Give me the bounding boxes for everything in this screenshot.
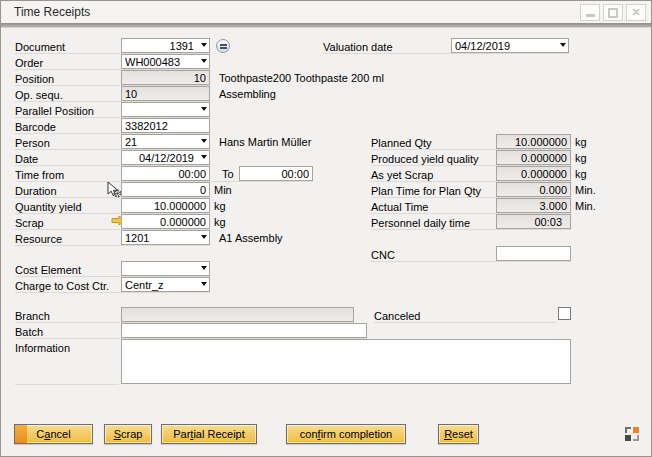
time-from-label: Time from — [15, 169, 64, 181]
actual-time-label: Actual Time — [371, 201, 428, 213]
op-sequ-label: Op. sequ. — [15, 89, 63, 101]
duration-input[interactable] — [121, 182, 210, 197]
produced-yield-quality-label: Produced yield quality — [371, 153, 479, 165]
cost-element-input[interactable] — [121, 261, 210, 276]
row-canceled: Canceled — [374, 306, 556, 323]
order-input[interactable] — [121, 54, 210, 69]
plan-time-for-plan-qty-unit: Min. — [575, 183, 596, 198]
time-to-input[interactable] — [239, 166, 313, 181]
actual-time-input — [496, 198, 571, 213]
confirm-completion-button-label: con — [300, 428, 318, 440]
person-label: Person — [15, 137, 50, 149]
information-textarea[interactable] — [121, 339, 571, 384]
maximize-button[interactable] — [603, 4, 623, 21]
resource-input[interactable] — [121, 230, 210, 245]
resource-label: Resource — [15, 233, 62, 245]
parallel-position-label: Parallel Position — [15, 105, 94, 117]
actual-time-unit: Min. — [575, 199, 596, 214]
position-input — [121, 70, 210, 85]
row-information: Information — [15, 338, 119, 385]
scrap-input[interactable] — [121, 214, 210, 229]
titlebar-divider — [1, 23, 651, 28]
date-label: Date — [15, 153, 38, 165]
parallel-position-input[interactable] — [121, 102, 210, 117]
duration-label: Duration — [15, 185, 57, 197]
produced-yield-quality-unit: kg — [575, 151, 587, 166]
time-to-label: To — [222, 167, 234, 182]
quantity-yield-input[interactable] — [121, 198, 210, 213]
cnc-input[interactable] — [496, 246, 571, 261]
scrap-label: Scrap — [15, 217, 44, 229]
scrap-button[interactable]: Scrap — [104, 424, 152, 444]
scrap-unit: kg — [214, 215, 226, 230]
window-title: Time Receipts — [14, 5, 90, 19]
document-label: Document — [15, 41, 65, 53]
batch-label: Batch — [15, 326, 43, 338]
resource-description: A1 Assembly — [219, 231, 283, 246]
document-combo[interactable] — [121, 38, 210, 53]
op-sequ-input — [121, 86, 210, 101]
plan-time-for-plan-qty-label: Plan Time for Plan Qty — [371, 185, 481, 197]
resize-grip-icon[interactable] — [625, 427, 639, 441]
minimize-button[interactable] — [580, 4, 600, 21]
branch-label: Branch — [15, 310, 50, 322]
quantity-yield-unit: kg — [214, 199, 226, 214]
as-yet-scrap-label: As yet Scrap — [371, 169, 433, 181]
cost-element-combo[interactable] — [121, 261, 210, 276]
planned-qty-unit: kg — [575, 135, 587, 150]
parallel-position-combo[interactable] — [121, 102, 210, 117]
cnc-label: CNC — [371, 249, 395, 261]
date-combo[interactable] — [121, 150, 210, 165]
batch-input[interactable] — [121, 323, 367, 338]
position-label: Position — [15, 73, 54, 85]
branch-input — [121, 307, 354, 322]
op-sequ-description: Assembling — [219, 87, 276, 102]
valuation-date-chevron-down-icon[interactable] — [560, 43, 566, 50]
date-input[interactable] — [121, 150, 210, 165]
valuation-date-combo[interactable] — [451, 38, 569, 53]
resource-chevron-down-icon[interactable] — [201, 235, 207, 242]
parallel-position-chevron-down-icon[interactable] — [201, 107, 207, 114]
window-controls: ✕ — [580, 4, 646, 21]
valuation-date-input[interactable] — [451, 38, 569, 53]
maximize-icon — [608, 8, 618, 18]
position-description: Toothpaste200 Toothpaste 200 ml — [219, 71, 384, 86]
order-label: Order — [15, 57, 43, 69]
personnel-daily-time-label: Personnel daily time — [371, 217, 470, 229]
order-chevron-down-icon[interactable] — [201, 59, 207, 66]
close-button[interactable]: ✕ — [626, 4, 646, 21]
charge-to-cost-ctr-label: Charge to Cost Ctr. — [15, 280, 109, 292]
information-label: Information — [15, 342, 70, 354]
close-icon: ✕ — [631, 7, 640, 18]
time-receipts-window: Time Receipts ✕ Document Order Position … — [0, 0, 652, 457]
cost-element-label: Cost Element — [15, 264, 81, 276]
minimize-icon — [586, 14, 595, 17]
document-input[interactable] — [121, 38, 210, 53]
as-yet-scrap-unit: kg — [575, 167, 587, 182]
person-chevron-down-icon[interactable] — [201, 139, 207, 146]
barcode-input[interactable] — [121, 118, 210, 133]
titlebar[interactable]: Time Receipts ✕ — [1, 1, 651, 23]
resource-combo[interactable] — [121, 230, 210, 245]
document-chevron-down-icon[interactable] — [201, 43, 207, 50]
charge-to-cost-ctr-combo[interactable] — [121, 277, 210, 292]
personnel-daily-time-input — [496, 214, 571, 229]
person-input[interactable] — [121, 134, 210, 149]
planned-qty-input — [496, 134, 571, 149]
duration-calc-cursor-icon[interactable] — [105, 181, 122, 198]
order-combo[interactable] — [121, 54, 210, 69]
person-combo[interactable] — [121, 134, 210, 149]
document-detail-icon[interactable] — [216, 39, 230, 53]
cancel-button[interactable]: Cancel — [14, 424, 93, 444]
charge-to-cost-ctr-chevron-down-icon[interactable] — [201, 282, 207, 289]
time-from-input[interactable] — [121, 166, 210, 181]
confirm-completion-button[interactable]: confirm completion — [286, 424, 406, 444]
reset-button[interactable]: Reset — [438, 424, 479, 444]
charge-to-cost-ctr-input[interactable] — [121, 277, 210, 292]
canceled-label: Canceled — [374, 310, 420, 322]
canceled-checkbox[interactable] — [558, 307, 571, 320]
duration-unit: Min — [214, 183, 232, 198]
cost-element-chevron-down-icon[interactable] — [201, 266, 207, 273]
partial-receipt-button[interactable]: Partial Receipt — [161, 424, 257, 444]
date-chevron-down-icon[interactable] — [201, 155, 207, 162]
